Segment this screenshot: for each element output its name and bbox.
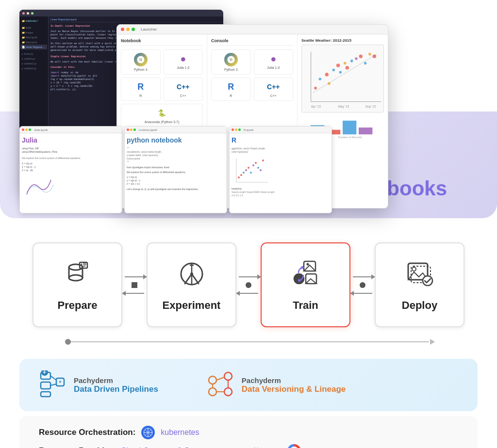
- svg-rect-23: [343, 121, 356, 134]
- sidebar-item: ▸ untitled2.py: [20, 61, 47, 66]
- svg-point-34: [255, 162, 257, 164]
- svg-rect-71: [41, 392, 50, 397]
- svg-text:Apr '15: Apr '15: [311, 105, 321, 109]
- kubernetes-icon: [141, 426, 155, 439]
- train-icon: [290, 258, 321, 293]
- pipeline-arrowhead: [430, 339, 435, 345]
- dot-connector-3: [360, 282, 365, 288]
- svg-text:May '15: May '15: [338, 105, 349, 109]
- julia-console[interactable]: ● Julia 1.0: [254, 49, 294, 75]
- svg-line-72: [50, 376, 56, 380]
- svg-marker-57: [304, 265, 315, 271]
- svg-point-8: [339, 71, 342, 74]
- launcher-close-dot: [121, 28, 124, 31]
- svg-point-28: [240, 174, 242, 176]
- svg-line-82: [216, 377, 224, 380]
- julia-window-header: Julia.ipynb: [20, 127, 122, 133]
- sidebar-item: 📁 Altair.ipynb: [20, 35, 47, 40]
- connector-1: [122, 276, 147, 294]
- screenshot-area: 📁 notebooks / 📁 audio 📁 images 📁 Altair.…: [19, 10, 332, 213]
- python-icon: [134, 53, 148, 66]
- experiment-step: Experiment: [147, 242, 236, 327]
- svg-point-32: [250, 172, 252, 174]
- experiment-icon: [176, 258, 207, 293]
- orchestration-label: Resource Orchestration:: [39, 428, 135, 437]
- notebook-panel-title: Notebook: [121, 38, 203, 46]
- python3-console[interactable]: Python 3: [211, 49, 251, 75]
- r-kernel[interactable]: R R: [121, 78, 161, 101]
- svg-point-5: [328, 82, 331, 85]
- svg-point-9: [344, 62, 347, 65]
- provider-label: Resource Provider:: [39, 446, 115, 448]
- arrow-2-bottom: [239, 293, 258, 294]
- dot-connector-1: [132, 282, 137, 288]
- notebooks-section: 📁 notebooks / 📁 audio 📁 images 📁 Altair.…: [0, 0, 497, 218]
- console-grid: Python 3 ● Julia 1.0 R R C++: [211, 49, 293, 101]
- julia-kernel[interactable]: ● Julia 1.0: [164, 49, 203, 75]
- python-lang-label: python notebook: [127, 135, 225, 145]
- sub-windows-row: Julia.ipynb Julia using Plots, Diff usin…: [19, 126, 332, 213]
- julia-icon: ●: [177, 53, 189, 64]
- svg-line-52: [185, 274, 192, 284]
- svg-text:+: +: [43, 370, 46, 376]
- svg-point-44: [69, 275, 83, 281]
- svg-point-78: [209, 376, 216, 384]
- console-py3-label: Python 3: [224, 68, 238, 71]
- svg-text:Number of Records: Number of Records: [338, 136, 362, 139]
- python-window-body: python notebook """ visualize(iris, aes(…: [125, 133, 227, 193]
- svg-point-30: [245, 169, 247, 171]
- train-step: Train: [261, 242, 350, 327]
- experiment-label: Experiment: [163, 299, 221, 312]
- cpp-console-icon: C++: [267, 81, 279, 93]
- sidebar-item: ▸ untitled3.py: [20, 66, 47, 71]
- versioning-icon: [207, 370, 234, 400]
- python3-console-icon: [224, 53, 238, 66]
- python3-label: Python 3: [134, 68, 148, 71]
- prepare-icon: [62, 258, 93, 293]
- arrow-1-top: [125, 276, 144, 277]
- sidebar-item: 📁 audio: [20, 25, 47, 30]
- anaconda-icon: 🐍: [156, 107, 168, 119]
- connector-3: [350, 276, 375, 294]
- cpp-console[interactable]: C++ C++: [254, 78, 294, 101]
- anaconda-kernel[interactable]: 🐍 Anaconda (Python 3.7): [121, 104, 203, 127]
- versioning-title: Data Versioning & Lineage: [242, 384, 346, 394]
- svg-point-33: [252, 164, 254, 166]
- r-console[interactable]: R R: [211, 78, 251, 101]
- kubernetes-label: kubernetes: [161, 428, 199, 437]
- svg-point-54: [190, 272, 193, 275]
- r-window-header: R.ipynb: [230, 127, 331, 133]
- r-icon: R: [135, 81, 147, 93]
- r-label: R: [139, 94, 142, 97]
- r-notebook-window: R.ipynb R ggplot(iris, aes(x=Sepal.Lengt…: [229, 126, 332, 213]
- svg-point-11: [350, 60, 353, 63]
- ide-close-dot: [22, 12, 25, 15]
- pipelines-text: Pachyderm Data Driven Pipelines: [74, 376, 158, 394]
- sidebar-item-active: 📄 Linear Regression.ipynb: [20, 45, 47, 49]
- pipeline-row: Prepare: [29, 233, 468, 332]
- python-window-header: Lorenzo.ipynb: [125, 127, 227, 133]
- data-versioning-item: Pachyderm Data Versioning & Lineage: [207, 370, 346, 400]
- svg-text:+: +: [59, 379, 62, 384]
- svg-point-15: [368, 53, 371, 56]
- svg-text:Sep '15: Sep '15: [365, 105, 376, 109]
- ide-titlebar: [19, 10, 223, 16]
- svg-point-40: [69, 264, 83, 270]
- cpp-kernel[interactable]: C++ C++: [164, 78, 203, 101]
- pipelines-brand: Pachyderm: [74, 376, 158, 384]
- julia-console-icon: ●: [267, 53, 279, 64]
- cpp-icon: C++: [177, 81, 189, 93]
- launcher-max-dot: [132, 28, 135, 31]
- svg-point-12: [355, 57, 358, 60]
- launcher-title: Launcher: [141, 27, 157, 32]
- svg-point-81: [224, 388, 232, 396]
- sidebar-item: 📁 images: [20, 30, 47, 35]
- sidebar-item: 📁 Data.ipynb: [20, 40, 47, 45]
- ide-tabs: Linear Regression.ipynb: [49, 16, 223, 22]
- ide-max-dot: [31, 12, 33, 15]
- svg-point-4: [325, 73, 329, 76]
- python3-kernel[interactable]: Python 3: [121, 49, 161, 75]
- pipeline-section: Prepare: [0, 218, 497, 359]
- notebook-content: 📁 notebooks / 📁 audio 📁 images 📁 Altair.…: [19, 10, 478, 213]
- svg-point-31: [248, 167, 249, 169]
